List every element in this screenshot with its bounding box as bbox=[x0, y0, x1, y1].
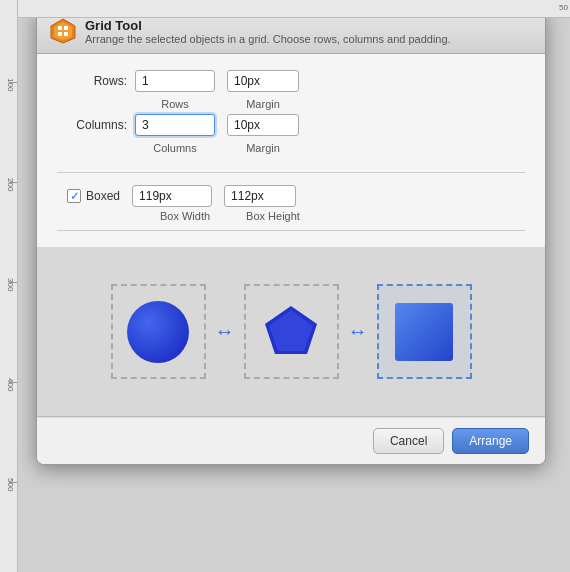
ruler-label-200: 200 bbox=[6, 178, 15, 191]
svg-rect-4 bbox=[58, 32, 62, 36]
box-height-sublabel: Box Height bbox=[237, 210, 309, 222]
checkbox-checkmark: ✓ bbox=[70, 190, 79, 203]
rows-sublabel: Rows bbox=[135, 98, 215, 110]
ruler-label-300: 300 bbox=[6, 278, 15, 291]
shape-pentagon bbox=[261, 302, 321, 362]
columns-margin-input[interactable] bbox=[227, 114, 299, 136]
rows-margin-sublabel: Margin bbox=[227, 98, 299, 110]
svg-rect-5 bbox=[64, 32, 68, 36]
rows-sublabels: Rows Margin bbox=[135, 98, 525, 110]
arrow-icon-1: ↔ bbox=[215, 320, 235, 343]
ruler-label-400: 400 bbox=[6, 378, 15, 391]
arrow-icon-2: ↔ bbox=[348, 320, 368, 343]
grid-tool-dialog: Grid Tool Arrange the selected objects i… bbox=[36, 8, 546, 465]
boxed-section: ✓ Boxed Box Width Box Height bbox=[57, 173, 525, 231]
arrange-button[interactable]: Arrange bbox=[452, 428, 529, 454]
rows-margin-input[interactable] bbox=[227, 70, 299, 92]
preview-box-1 bbox=[111, 284, 206, 379]
svg-rect-2 bbox=[58, 26, 62, 30]
arrow-2: ↔ bbox=[343, 320, 373, 343]
form-section: Rows: Rows Margin Columns: Columns Margi… bbox=[57, 70, 525, 173]
box-width-input[interactable] bbox=[132, 185, 212, 207]
cancel-button[interactable]: Cancel bbox=[373, 428, 444, 454]
boxed-label: Boxed bbox=[86, 189, 120, 203]
dialog-subtitle: Arrange the selected objects in a grid. … bbox=[85, 33, 451, 45]
columns-margin-sublabel: Margin bbox=[227, 142, 299, 154]
rows-label: Rows: bbox=[57, 74, 127, 88]
arrow-1: ↔ bbox=[210, 320, 240, 343]
shape-square bbox=[395, 303, 453, 361]
boxed-checkbox-wrapper[interactable]: ✓ Boxed bbox=[67, 189, 128, 203]
rows-input[interactable] bbox=[135, 70, 215, 92]
boxed-sublabels: Box Width Box Height bbox=[145, 210, 525, 222]
dialog-content: Rows: Rows Margin Columns: Columns Margi… bbox=[37, 54, 545, 247]
preview-box-2 bbox=[244, 284, 339, 379]
preview-area: ↔ ↔ bbox=[37, 247, 545, 417]
box-height-input[interactable] bbox=[224, 185, 296, 207]
ruler-left: 100 200 300 400 500 bbox=[0, 0, 18, 572]
dialog-title: Grid Tool bbox=[85, 18, 451, 33]
box-width-sublabel: Box Width bbox=[145, 210, 225, 222]
columns-input[interactable] bbox=[135, 114, 215, 136]
boxed-row: ✓ Boxed bbox=[57, 185, 525, 207]
shape-circle bbox=[127, 301, 189, 363]
columns-sublabel: Columns bbox=[135, 142, 215, 154]
dialog-title-text: Grid Tool Arrange the selected objects i… bbox=[85, 18, 451, 45]
columns-row: Columns: bbox=[57, 114, 525, 136]
ruler-top-label: 50 bbox=[559, 3, 568, 12]
columns-label: Columns: bbox=[57, 118, 127, 132]
ruler-label-500: 500 bbox=[6, 478, 15, 491]
columns-sublabels: Columns Margin bbox=[135, 142, 525, 154]
rows-row: Rows: bbox=[57, 70, 525, 92]
grid-tool-icon bbox=[49, 17, 77, 45]
ruler-top: 50 bbox=[18, 0, 570, 18]
boxed-checkbox[interactable]: ✓ bbox=[67, 189, 81, 203]
button-row: Cancel Arrange bbox=[37, 417, 545, 464]
ruler-label-100: 100 bbox=[6, 78, 15, 91]
svg-rect-3 bbox=[64, 26, 68, 30]
preview-box-3 bbox=[377, 284, 472, 379]
